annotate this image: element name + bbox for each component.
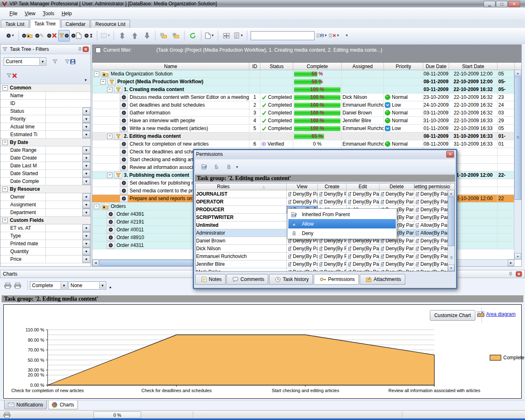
column-header-start[interactable]: Start Date	[449, 63, 498, 70]
permission-row[interactable]: Emmanuel RurichovichDeny(By Parent)Deny(…	[196, 253, 454, 260]
perm-value-cell[interactable]: Allow(By Parent)	[414, 221, 450, 229]
perm-column-delete[interactable]: Delete	[379, 183, 414, 190]
task-row[interactable]: Check for completion of new articles6 Ve…	[92, 140, 521, 148]
context-menu-item-inherited-from-parent[interactable]: Inherited From Parent	[288, 210, 396, 219]
tab-calendar[interactable]: Calendar	[61, 20, 90, 28]
chevron-down-icon[interactable]: ▼	[235, 164, 239, 169]
filter-field-value[interactable]	[46, 240, 82, 247]
task-row[interactable]: −1. Creating media content100 %03-11-200…	[92, 86, 521, 94]
toolbar-overflow-icon[interactable]: ▼	[341, 30, 352, 41]
perm-column-roles[interactable]: Roles △	[196, 183, 287, 190]
filter-section-by-resource[interactable]: −By Resource	[0, 185, 91, 193]
column-header-extra[interactable]	[498, 63, 515, 70]
tab-task-list[interactable]: Task List	[1, 20, 29, 28]
chevron-down-icon[interactable]: ▼	[82, 162, 90, 169]
layout-list-icon[interactable]: ▼	[233, 30, 244, 41]
fit-columns-icon[interactable]	[221, 30, 232, 41]
perm-value-cell[interactable]: Deny(By Parent)	[347, 268, 379, 272]
chart-series-combo[interactable]: Complete ▼	[30, 281, 68, 290]
perm-value-cell[interactable]: Deny(By Parent)	[414, 237, 450, 244]
filter-field-value[interactable]	[46, 201, 82, 208]
scrollbar-thumb[interactable]	[514, 77, 521, 200]
add-subtask-icon[interactable]	[21, 30, 33, 41]
collapse-all-icon[interactable]	[158, 30, 169, 41]
dialog-tab-notes[interactable]: Notes	[195, 274, 226, 285]
vertical-scrollbar[interactable]: ▲ ▼	[514, 70, 521, 260]
filter-field-value[interactable]	[46, 100, 91, 107]
context-menu-item-deny[interactable]: Deny	[288, 228, 396, 238]
copy-page-icon[interactable]: ▼	[204, 30, 215, 41]
filter-field-value[interactable]	[46, 232, 82, 240]
new-task-icon[interactable]: ▼	[5, 30, 16, 41]
refresh-icon[interactable]	[187, 30, 199, 41]
filter-field-value[interactable]	[46, 248, 82, 255]
save-filter-button[interactable]	[63, 56, 77, 67]
perm-value-cell[interactable]: Deny(By Parent)	[287, 245, 318, 252]
permission-row[interactable]: Dick NilsonDeny(By Parent)Deny(By Parent…	[196, 245, 454, 253]
permission-row[interactable]: Mark DnikeDeny(By Parent)Deny(By Parent)…	[196, 268, 454, 272]
perm-value-cell[interactable]: Deny(By Parent)	[379, 253, 414, 260]
dialog-tab-attachments[interactable]: Attachments	[360, 274, 405, 285]
chevron-down-icon[interactable]: ▼	[99, 282, 105, 289]
print-preview-icon[interactable]	[14, 283, 21, 289]
edit-task-icon[interactable]: ✎	[34, 30, 45, 41]
perm-value-cell[interactable]: Deny(By Parent)	[318, 260, 347, 268]
chevron-down-icon[interactable]: ▼	[82, 232, 90, 240]
perm-value-cell[interactable]: Deny(By Parent)	[347, 253, 379, 260]
tab-task-tree[interactable]: Task Tree	[30, 19, 60, 28]
filter-field-value[interactable]	[46, 170, 82, 177]
perm-value-cell[interactable]: Deny(By Parent)	[379, 190, 414, 198]
bottom-tab-notifications[interactable]: Notifications	[4, 400, 47, 409]
filter-section-common[interactable]: −Common	[0, 84, 91, 92]
filter-field-value[interactable]	[46, 178, 82, 185]
perm-value-cell[interactable]: Deny(By Parent)	[379, 260, 414, 268]
column-header-assigned[interactable]: Assigned	[342, 63, 384, 70]
column-header-priority[interactable]: Priority	[384, 63, 423, 70]
chevron-down-icon[interactable]: ▼	[61, 282, 67, 289]
perm-column-edit[interactable]: Edit	[347, 183, 379, 190]
scroll-down-icon[interactable]: ▼	[514, 253, 521, 260]
dialog-tab-comments[interactable]: Comments	[226, 274, 268, 285]
filter-field-value[interactable]	[46, 224, 82, 232]
chevron-down-icon[interactable]: ▼	[82, 224, 90, 232]
chevron-down-icon[interactable]: ▼	[39, 58, 46, 65]
inherit-permissions-icon[interactable]	[199, 161, 210, 172]
chevron-down-icon[interactable]: ▼	[82, 201, 90, 208]
perm-value-cell[interactable]: Deny(By Parent)	[414, 253, 450, 260]
scroll-right-icon[interactable]: ▶	[508, 260, 514, 266]
tree-collapse-icon[interactable]: −	[100, 79, 106, 84]
chevron-down-icon[interactable]: ▼	[82, 131, 90, 138]
chevron-down-icon[interactable]: ▼	[82, 248, 90, 255]
scroll-up-icon[interactable]: ▲	[448, 190, 454, 196]
area-diagram-link[interactable]: Area diagram	[475, 311, 516, 317]
layout-name-input[interactable]	[251, 31, 315, 40]
maximize-button[interactable]: ▢	[496, 1, 508, 7]
task-row[interactable]: −Media Organization Solution50 %08-11-20…	[92, 70, 521, 78]
move-down-icon[interactable]	[141, 30, 153, 41]
dialog-close-button[interactable]: ✕	[446, 151, 454, 158]
task-row[interactable]: Discuss media content with Senior Editor…	[92, 94, 521, 101]
chevron-down-icon[interactable]: ▼	[84, 78, 87, 82]
tree-collapse-icon[interactable]: −	[94, 71, 99, 77]
filter-field-value[interactable]	[46, 256, 82, 263]
perm-value-cell[interactable]: Allow(By Parent)	[414, 229, 450, 237]
filter-tasks-icon[interactable]	[58, 30, 70, 41]
task-row[interactable]: −2. Editing media content65 %08-11-20093…	[92, 132, 521, 140]
scroll-up-icon[interactable]: ▲	[514, 70, 521, 76]
delete-layout-icon[interactable]: ▼	[329, 30, 340, 41]
column-header-due[interactable]: Due Date	[423, 63, 449, 70]
perm-column-view[interactable]: View	[287, 183, 318, 190]
collapse-icon[interactable]: −	[2, 85, 8, 91]
chevron-down-icon[interactable]: ▼	[82, 123, 90, 130]
column-header-status[interactable]: Status	[260, 63, 293, 70]
duplicate-task-icon[interactable]	[71, 30, 82, 41]
bottom-tab-charts[interactable]: Charts	[48, 400, 78, 409]
perm-value-cell[interactable]: Deny(By Parent)	[379, 198, 414, 205]
filter-field-value[interactable]	[46, 209, 82, 216]
apply-filter-button[interactable]	[48, 56, 62, 67]
perm-value-cell[interactable]: Deny(By Parent)	[347, 198, 379, 205]
scroll-left-icon[interactable]: ◀	[92, 260, 99, 266]
column-header-id[interactable]: ID	[249, 63, 260, 70]
chevron-down-icon[interactable]: ▼	[82, 240, 90, 247]
clear-filter-button[interactable]	[5, 70, 18, 81]
